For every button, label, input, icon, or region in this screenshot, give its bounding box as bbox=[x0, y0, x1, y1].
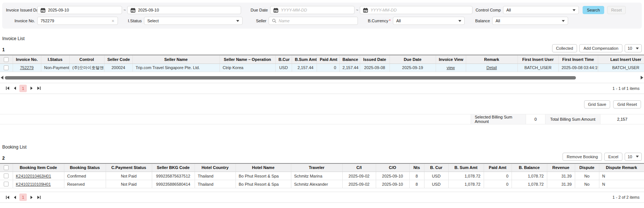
pager-prev-button[interactable] bbox=[11, 194, 19, 201]
i-status-select[interactable]: Select bbox=[144, 17, 243, 25]
clear-icon[interactable]: ✕ bbox=[112, 19, 115, 23]
booking-cell-seller-bkg-code: 999235875637512 bbox=[152, 172, 195, 180]
invoice-page-size-value: 10 bbox=[628, 46, 632, 51]
calendar-icon[interactable] bbox=[273, 8, 278, 13]
booking-cell-c-o: 2025-09-10 bbox=[376, 180, 409, 188]
invoice-issued-date-to-input[interactable]: 2025-09-10 bbox=[127, 6, 241, 14]
select-all-checkbox[interactable] bbox=[4, 165, 9, 170]
excel-button[interactable]: Excel bbox=[604, 153, 622, 161]
pager-last-button[interactable] bbox=[35, 194, 42, 201]
row-checkbox[interactable] bbox=[4, 65, 9, 70]
pager-first-button[interactable] bbox=[4, 194, 11, 201]
required-asterisk: * bbox=[389, 19, 391, 23]
booking-link-booking-item-code[interactable]: K24102110109H01 bbox=[16, 182, 51, 186]
grid-reset-button[interactable]: Grid Reset bbox=[613, 100, 641, 108]
booking-cell-revenue: 31.39 bbox=[547, 180, 575, 188]
invoice-horizontal-scrollbar[interactable] bbox=[1, 76, 643, 79]
control-comp-select[interactable]: All bbox=[503, 6, 579, 14]
invoice-cell-due-date: 2025-09-19 bbox=[390, 64, 436, 72]
booking-header-revenue: Revenue bbox=[547, 164, 575, 172]
i-status-value: Select bbox=[147, 19, 159, 23]
invoice-header-select bbox=[0, 55, 13, 64]
booking-header-c-i: C/I bbox=[342, 164, 376, 172]
booking-page-size-select[interactable]: 10 bbox=[625, 153, 642, 161]
calendar-icon[interactable] bbox=[131, 8, 135, 13]
booking-cell-select bbox=[0, 172, 13, 180]
booking-cell-dispute: No bbox=[575, 180, 599, 188]
invoice-link-invoice-view[interactable]: view bbox=[446, 65, 455, 70]
booking-cell-hotel-name: Bo Phut Resort & Spa bbox=[236, 180, 291, 188]
pager-page-1[interactable]: 1 bbox=[19, 85, 27, 92]
calendar-icon[interactable] bbox=[363, 8, 368, 13]
booking-cell-b-sum-amt: 1,078.72 bbox=[448, 172, 484, 180]
search-icon bbox=[272, 19, 276, 23]
booking-cell-nts: 8 bbox=[409, 172, 424, 180]
pager-next-button[interactable] bbox=[28, 194, 35, 201]
booking-cell-hotel-name: Bo Phut Resort & Spa bbox=[236, 172, 291, 180]
invoice-no-label: Invoice No. bbox=[6, 19, 37, 23]
select-all-checkbox[interactable] bbox=[4, 57, 9, 62]
invoice-table: Invoice No.I.StatusControlSeller CodeSel… bbox=[0, 55, 644, 72]
pager-next-button[interactable] bbox=[28, 85, 35, 92]
add-compensation-button[interactable]: Add Compensation bbox=[579, 44, 622, 52]
invoice-cell-first-insert-time: 2025-09-08 03:44:19 bbox=[558, 64, 598, 72]
due-date-to-placeholder: YYYY-MM-DD bbox=[371, 8, 397, 12]
invoice-header-last-insert-user: Last Insert User bbox=[598, 55, 644, 64]
booking-header-c-o: C/O bbox=[376, 164, 409, 172]
control-comp-label: Control Comp bbox=[474, 8, 503, 12]
invoice-list-toolbar: 1 Collected Add Compensation 10 bbox=[2, 44, 642, 52]
invoice-link-invoice-no[interactable]: 752279 bbox=[20, 65, 34, 70]
invoice-no-input[interactable]: 752279 ✕ bbox=[37, 17, 118, 25]
selected-billing-sum-label: Selected Billing Sum Amount bbox=[471, 114, 526, 124]
booking-cell-b-sum-amt: 1,078.72 bbox=[448, 180, 484, 188]
b-currency-label: B.Currency* bbox=[359, 19, 393, 23]
scroll-left-icon[interactable] bbox=[1, 76, 3, 79]
remove-booking-button[interactable]: Remove Booking bbox=[563, 153, 602, 161]
invoice-page-size-select[interactable]: 10 bbox=[625, 44, 642, 52]
b-currency-select[interactable]: All bbox=[393, 17, 465, 25]
invoice-header-seller-name-operation: Seller Name – Operation bbox=[220, 55, 275, 64]
invoice-header-seller-name: Seller Name bbox=[132, 55, 220, 64]
invoice-link-remark[interactable]: Detail bbox=[486, 65, 497, 70]
pager-info: 1 - 2 of 2 items bbox=[612, 195, 640, 199]
booking-header-dispute: Dispute bbox=[575, 164, 599, 172]
collected-button[interactable]: Collected bbox=[552, 44, 577, 52]
seller-search-input[interactable]: Name bbox=[269, 17, 358, 25]
invoice-header-invoice-view: Invoice View bbox=[436, 55, 466, 64]
booking-cell-c-o: 2025-09-10 bbox=[376, 172, 409, 180]
row-checkbox[interactable] bbox=[4, 173, 9, 178]
due-date-to-input[interactable]: YYYY-MM-DD bbox=[360, 6, 472, 14]
invoice-header-control: Control bbox=[69, 55, 104, 64]
total-billing-sum-value: 2,157 bbox=[600, 114, 644, 124]
booking-header-nts: Nts bbox=[409, 164, 424, 172]
balance-select[interactable]: All bbox=[492, 17, 568, 25]
pager-prev-button[interactable] bbox=[11, 85, 19, 92]
booking-link-booking-item-code[interactable]: K24102010463H01 bbox=[16, 174, 51, 178]
due-date-from-placeholder: YYYY-MM-DD bbox=[281, 8, 307, 12]
invoice-header-issued-date: Issued Date bbox=[360, 55, 390, 64]
booking-row-2: K24102110109H01ReservedNot Paid999235886… bbox=[0, 180, 644, 188]
date-range-separator: ~ bbox=[355, 8, 360, 12]
billing-summary-band: Selected Billing Sum Amount 0 Total Bill… bbox=[0, 114, 644, 124]
pager-first-button[interactable] bbox=[4, 85, 11, 92]
pager-last-button[interactable] bbox=[35, 85, 42, 92]
booking-header-b-sum-amt: B. Sum Amt bbox=[448, 164, 484, 172]
pager-page-1[interactable]: 1 bbox=[19, 194, 27, 201]
row-checkbox[interactable] bbox=[4, 182, 9, 186]
scroll-right-icon[interactable] bbox=[641, 76, 643, 79]
reset-button[interactable]: Reset bbox=[607, 6, 626, 14]
due-date-from-input[interactable]: YYYY-MM-DD bbox=[270, 6, 355, 14]
calendar-icon[interactable] bbox=[41, 8, 45, 13]
scrollbar-track[interactable] bbox=[5, 76, 639, 79]
invoice-no-value: 752279 bbox=[41, 19, 54, 23]
invoice-issued-date-from-input[interactable]: 2025-09-10 bbox=[37, 6, 122, 14]
booking-header-traveler: Traveler bbox=[291, 164, 342, 172]
booking-cell-booking-status: Reserved bbox=[64, 180, 106, 188]
grid-save-button[interactable]: Grid Save bbox=[584, 100, 611, 108]
booking-cell-nts: 8 bbox=[409, 180, 424, 188]
search-button[interactable]: Search bbox=[583, 6, 604, 14]
booking-cell-c-payment-status: Not Paid bbox=[106, 172, 152, 180]
scrollbar-thumb[interactable] bbox=[5, 76, 576, 79]
invoice-header-first-insert-time: First Insert Time bbox=[558, 55, 598, 64]
booking-list-toolbar: 2 Remove Booking Excel 10 bbox=[2, 153, 642, 161]
